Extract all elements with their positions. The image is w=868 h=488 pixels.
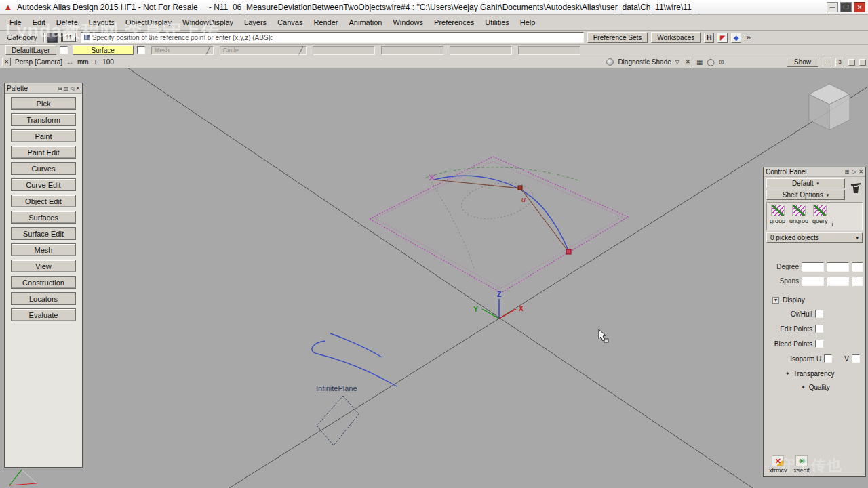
view-cube[interactable] [809, 84, 850, 130]
spans-v-input[interactable] [827, 277, 849, 286]
list-icon[interactable]: ▤ [64, 85, 69, 92]
shade-dropdown-icon[interactable]: ▽ [675, 59, 679, 65]
menu-edit[interactable]: Edit [27, 16, 51, 28]
circle-toggle-icon[interactable]: ◯ [707, 58, 714, 66]
perspective-viewport[interactable]: u Z Y X InfinitePlane [0, 68, 868, 488]
degree-extra-input[interactable] [852, 262, 863, 272]
menu-objectdisplay[interactable]: ObjectDisplay [120, 16, 177, 28]
palette-tab-construction[interactable]: Construction [11, 276, 76, 289]
pick-filter-icon[interactable] [47, 33, 58, 43]
degree-v-input[interactable] [827, 262, 849, 272]
cv-hull-checkbox[interactable] [815, 310, 823, 318]
green-dashed-curve[interactable] [426, 167, 580, 181]
shelf-tool-query[interactable]: query [812, 205, 828, 224]
palette-tab-mesh[interactable]: Mesh [11, 243, 76, 256]
preset-dropdown[interactable]: Default ▾ [766, 178, 845, 188]
preference-sets-button[interactable]: Preference Sets [587, 32, 648, 43]
paint-bucket-icon[interactable] [850, 180, 862, 197]
dotted-curve[interactable] [430, 179, 474, 268]
shelves-icon[interactable]: H [704, 33, 714, 43]
viewport-maximize-icon[interactable] [859, 59, 866, 66]
isoparm-v-checkbox[interactable] [852, 354, 860, 363]
palette-tab-pick[interactable]: Pick [11, 97, 76, 110]
menu-help[interactable]: Help [515, 16, 541, 28]
menu-windows[interactable]: Windows [387, 16, 429, 28]
palette-tab-curve-edit[interactable]: Curve Edit [11, 178, 76, 191]
pane-count-box[interactable]: 3 [835, 58, 844, 66]
shelf-tool-group[interactable]: group [770, 205, 785, 224]
palette-tab-surface-edit[interactable]: Surface Edit [11, 227, 76, 240]
palette-tab-view[interactable]: View [11, 260, 76, 272]
panel-expand-icon[interactable]: ▷ [852, 169, 856, 175]
layer-slot-circle[interactable]: Circle ╱ [220, 46, 307, 55]
blend-points-checkbox[interactable] [815, 340, 823, 348]
shade-close-icon[interactable]: ✕ [684, 58, 692, 66]
shelf-tool-ungroup[interactable]: ungrou [789, 205, 808, 224]
collapse-left-icon[interactable]: ◁ [70, 85, 74, 92]
surface-layer-tab[interactable]: Surface [73, 45, 134, 55]
panel-close-icon[interactable]: ✕ [859, 169, 863, 175]
window-list-icon[interactable]: ⋯ [823, 58, 831, 66]
infinite-plane-outline[interactable] [317, 396, 359, 445]
toolbar-overflow-arrows[interactable]: » [745, 33, 752, 42]
palette-tab-evaluate[interactable]: Evaluate [11, 308, 76, 321]
prompt-line-input[interactable]: Specify position of the reference point … [81, 32, 584, 43]
menu-utilities[interactable]: Utilities [479, 16, 514, 28]
layer-checkbox-1[interactable] [60, 46, 68, 54]
measure-polyline[interactable] [434, 180, 568, 251]
viewport-menu-icon[interactable]: ✕ [2, 58, 11, 66]
quality-control[interactable]: ✦ Quality [801, 384, 865, 391]
spans-extra-input[interactable] [852, 277, 863, 286]
transparency-control[interactable]: ✦ Transparency [785, 370, 865, 378]
menu-canvas[interactable]: Canvas [272, 16, 308, 28]
layer-checkbox-2[interactable] [137, 46, 145, 54]
measure-point-marker[interactable] [518, 186, 522, 190]
viewport-minimize-icon[interactable] [848, 59, 855, 66]
locator-marker[interactable] [566, 249, 571, 254]
menu-file[interactable]: File [4, 16, 27, 28]
close-button[interactable]: ✕ [854, 2, 865, 12]
toolbar-flag-icon[interactable]: ◤ [717, 33, 728, 43]
category-dropdown[interactable]: Category [4, 33, 40, 42]
menu-render[interactable]: Render [308, 16, 343, 28]
palette-tab-surfaces[interactable]: Surfaces [11, 211, 76, 224]
menu-windowdisplay[interactable]: WindowDisplay [177, 16, 239, 28]
menu-preferences[interactable]: Preferences [429, 16, 479, 28]
panel-tile-icon[interactable]: ⊞ [844, 169, 849, 175]
deviation-curve[interactable] [434, 176, 569, 252]
palette-tab-object-edit[interactable]: Object Edit [11, 195, 76, 207]
picked-objects-dropdown[interactable]: 0 picked objects ▾ [766, 232, 863, 243]
layer-slot-empty[interactable] [518, 46, 580, 55]
camera-label[interactable]: Persp [Camera] [15, 58, 62, 66]
palette-header[interactable]: Palette ⊞ ▤ ◁ ✕ [5, 83, 82, 94]
shelf-options-dropdown[interactable]: Shelf Options ▾ [766, 190, 845, 200]
diagnostic-shade-button[interactable]: Diagnostic Shade [618, 58, 671, 66]
xfrmcv-tool[interactable]: ✕ xfrmcv [769, 455, 787, 474]
target-toggle-icon[interactable]: ⊕ [719, 58, 724, 66]
history-count-box[interactable]: 11 [61, 33, 77, 42]
layer-slot-empty[interactable] [313, 46, 375, 55]
grid-toggle-icon[interactable]: ▦ [696, 58, 703, 66]
edit-points-checkbox[interactable] [815, 325, 823, 333]
menu-delete[interactable]: Delete [51, 16, 83, 28]
spans-u-input[interactable] [802, 277, 824, 286]
control-panel-header[interactable]: Control Panel ⊞ ▷ ✕ [764, 167, 865, 177]
tile-icon[interactable]: ⊞ [58, 85, 62, 92]
toolbar-gem-icon[interactable]: ◆ [731, 33, 741, 43]
layer-slot-empty[interactable] [450, 46, 512, 55]
palette-tab-transform[interactable]: Transform [11, 113, 76, 126]
palette-tab-paint-edit[interactable]: Paint Edit [11, 146, 76, 159]
default-layer-button[interactable]: DefaultLayer [5, 45, 56, 55]
free-curve-upper[interactable] [330, 333, 382, 357]
menu-layouts[interactable]: Layouts [83, 16, 121, 28]
menu-animation[interactable]: Animation [344, 16, 388, 28]
layer-slot-mesh[interactable]: Mesh ╱ [151, 46, 214, 55]
menu-layers[interactable]: Layers [239, 16, 272, 28]
xsedit-tool[interactable]: ✳ xsedit [794, 455, 810, 474]
palette-tab-locators[interactable]: Locators [11, 292, 76, 305]
isoparm-u-checkbox[interactable] [824, 354, 832, 363]
free-curve-lower[interactable] [312, 341, 397, 386]
minimize-button[interactable]: — [827, 2, 838, 12]
layer-slot-empty[interactable] [381, 46, 443, 55]
maximize-button[interactable]: ❐ [840, 2, 852, 12]
